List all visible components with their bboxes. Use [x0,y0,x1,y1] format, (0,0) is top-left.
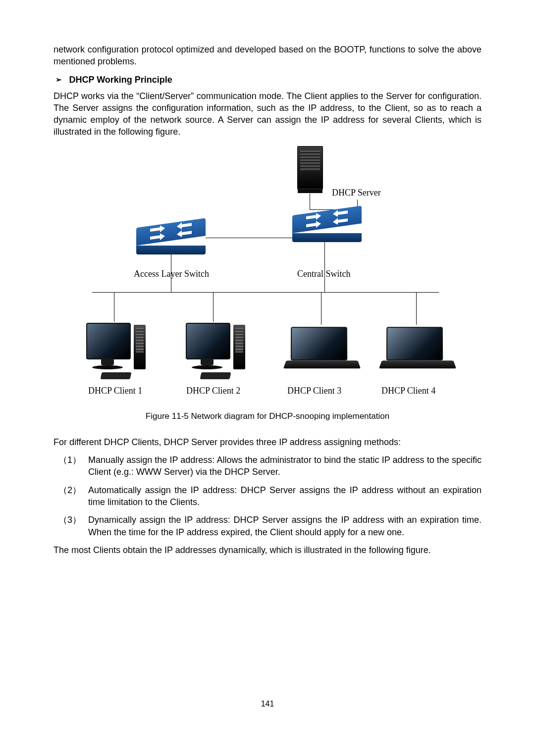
figure-area: DHCP Server [74,146,461,403]
connector-line [92,292,439,293]
network-diagram: DHCP Server [74,146,461,403]
list-text: Manually assign the IP address: Allows t… [88,455,482,477]
list-marker: （2） [58,484,81,496]
dhcp-client-2-icon [186,322,245,376]
client-1-label: DHCP Client 1 [88,386,142,396]
dhcp-server-icon [297,146,322,194]
central-switch-label: Central Switch [297,269,350,279]
central-switch-icon [292,215,362,242]
list-text: Dynamically assign the IP address: DHCP … [88,515,482,537]
page: network configuration protocol optimized… [0,0,535,756]
closing-paragraph: The most Clients obtain the IP addresses… [54,544,482,556]
arrow-icon: ➢ [55,75,62,84]
svg-marker-4 [150,225,165,234]
list-marker: （1） [58,454,81,466]
section-title: DHCP Working Principle [69,75,172,85]
connector-line [321,292,321,325]
working-principle-paragraph: DHCP works via the “Client/Server” commu… [54,90,482,138]
list-item: （1） Manually assign the IP address: Allo… [54,454,482,478]
svg-marker-2 [306,220,321,229]
svg-marker-3 [333,216,348,225]
connector-line [114,292,114,322]
list-item: （2） Automatically assign the IP address:… [54,484,482,508]
svg-marker-7 [177,229,192,238]
switch-arrows-icon [136,218,206,246]
svg-marker-0 [306,212,321,221]
assigning-methods-list: （1） Manually assign the IP address: Allo… [54,454,482,538]
intro-paragraph: network configuration protocol optimized… [54,44,482,68]
list-item: （3） Dynamically assign the IP address: D… [54,514,482,538]
svg-marker-1 [333,208,348,217]
access-switch-icon [136,228,206,254]
svg-marker-5 [177,221,192,230]
connector-line [206,238,292,238]
client-2-label: DHCP Client 2 [186,386,240,396]
svg-marker-6 [150,233,165,242]
client-4-label: DHCP Client 4 [381,386,435,396]
methods-intro-paragraph: For different DHCP Clients, DHCP Server … [54,436,482,448]
figure-caption: Figure 11-5 Network diagram for DHCP-sno… [54,411,482,421]
page-number: 141 [0,700,535,708]
connector-line [310,194,310,209]
dhcp-server-label: DHCP Server [332,188,381,198]
connector-line [324,242,325,292]
connector-line [171,254,171,292]
connector-line [213,292,214,322]
section-heading: ➢ DHCP Working Principle [54,75,482,85]
connector-line [416,292,417,325]
list-marker: （3） [58,514,81,526]
dhcp-client-3-icon [285,327,359,371]
dhcp-client-1-icon [86,322,146,376]
client-3-label: DHCP Client 3 [287,386,341,396]
list-text: Automatically assign the IP address: DHC… [88,485,482,507]
dhcp-client-4-icon [380,327,455,371]
